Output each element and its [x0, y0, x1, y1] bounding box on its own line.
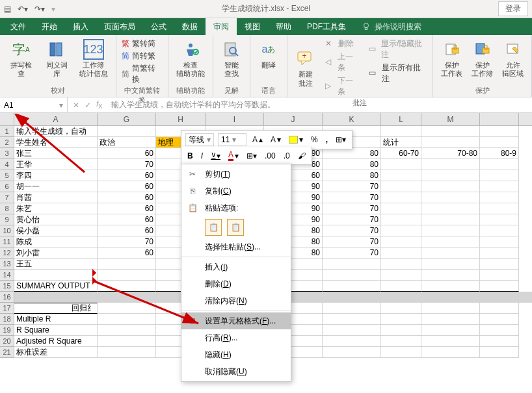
- cell[interactable]: [421, 181, 480, 192]
- cell[interactable]: [323, 303, 381, 314]
- cell[interactable]: [480, 347, 519, 358]
- ctx-paste-special[interactable]: 选择性粘贴(S)...: [181, 238, 291, 255]
- cell[interactable]: [480, 314, 519, 325]
- cell[interactable]: 肖茜: [14, 192, 98, 203]
- cell[interactable]: [480, 225, 519, 236]
- cell[interactable]: [480, 181, 519, 192]
- col-header[interactable]: K: [323, 113, 381, 125]
- cell[interactable]: [480, 303, 519, 314]
- cell[interactable]: [323, 281, 381, 292]
- tab-data[interactable]: 数据: [174, 18, 206, 35]
- cell[interactable]: 80: [323, 148, 381, 159]
- cell[interactable]: 60: [98, 192, 156, 203]
- show-hide-comment-button[interactable]: ▭显示/隐藏批注: [369, 38, 427, 61]
- cell[interactable]: [480, 236, 519, 247]
- cell[interactable]: [98, 303, 156, 314]
- save-icon[interactable]: ▤: [4, 5, 11, 14]
- cell[interactable]: [323, 292, 381, 303]
- cell[interactable]: Multiple R: [14, 314, 98, 325]
- cell[interactable]: [421, 281, 480, 292]
- ctx-hide[interactable]: 隐藏(H): [181, 346, 291, 363]
- cell[interactable]: 70: [323, 225, 381, 236]
- ctx-row-height[interactable]: 行高(R)...: [181, 329, 291, 346]
- row-header[interactable]: 8: [0, 203, 14, 214]
- row-header[interactable]: 19: [0, 325, 14, 336]
- cell[interactable]: 侯小磊: [14, 225, 98, 236]
- row-header[interactable]: 10: [0, 225, 14, 236]
- paste-option-2[interactable]: 📋: [227, 219, 244, 236]
- cell[interactable]: [323, 270, 381, 281]
- thesaurus-button[interactable]: 同义词库: [41, 38, 73, 79]
- row-header[interactable]: 12: [0, 247, 14, 259]
- undo-icon[interactable]: ↶▾: [18, 5, 28, 14]
- row-header[interactable]: 2: [0, 137, 14, 148]
- underline-icon[interactable]: ⊻▾: [209, 151, 222, 161]
- row-header[interactable]: 17: [0, 303, 14, 314]
- spell-check-button[interactable]: 字A拼写检查: [5, 38, 37, 79]
- qat-customize-icon[interactable]: ▾: [51, 5, 55, 14]
- workbook-stats-button[interactable]: 123工作簿 统计信息: [77, 38, 111, 79]
- format-painter-icon[interactable]: 🖌: [296, 151, 308, 161]
- tab-layout[interactable]: 页面布局: [96, 18, 143, 35]
- cell[interactable]: 60: [98, 203, 156, 214]
- translate-button[interactable]: aあ翻译: [256, 38, 282, 71]
- ctx-insert[interactable]: 插入(I): [181, 259, 291, 275]
- cell[interactable]: [480, 270, 519, 281]
- cell[interactable]: [421, 292, 480, 303]
- cell[interactable]: [421, 214, 480, 225]
- cell[interactable]: [381, 292, 421, 303]
- cell[interactable]: [381, 236, 421, 247]
- cell[interactable]: [421, 137, 480, 148]
- cell[interactable]: [480, 214, 519, 225]
- smart-lookup-button[interactable]: 智能 查找: [219, 38, 245, 79]
- cell[interactable]: 刘小雷: [14, 247, 98, 259]
- fill-color-icon[interactable]: ▾: [287, 134, 305, 145]
- cell[interactable]: [480, 336, 519, 347]
- cell[interactable]: [421, 303, 480, 314]
- cell[interactable]: [323, 325, 381, 336]
- cell[interactable]: [480, 137, 519, 148]
- cell[interactable]: 输入学生成绩，自动: [14, 126, 98, 137]
- cell[interactable]: 学生姓名: [14, 137, 98, 148]
- cell[interactable]: 标准误差: [14, 347, 98, 358]
- row-header[interactable]: 16: [0, 292, 14, 303]
- tab-home[interactable]: 开始: [34, 18, 65, 35]
- cell[interactable]: 回归纟: [14, 303, 98, 314]
- row-header[interactable]: 11: [0, 236, 14, 247]
- cell[interactable]: 70: [323, 181, 381, 192]
- cell[interactable]: [98, 325, 156, 336]
- cell[interactable]: 70: [323, 236, 381, 247]
- font-color-icon[interactable]: A▾: [226, 149, 241, 162]
- cell[interactable]: [381, 347, 421, 358]
- tell-me[interactable]: 操作说明搜索: [354, 21, 421, 32]
- cell[interactable]: [323, 259, 381, 270]
- protect-sheet-button[interactable]: 保护 工作表: [438, 38, 465, 79]
- cell[interactable]: 黄心怡: [14, 214, 98, 225]
- simp-trad-convert-button[interactable]: 简简繁转换: [122, 62, 163, 86]
- formula-bar[interactable]: 输入学生成绩，自动统计学科的平均分等数据。: [107, 97, 532, 112]
- tab-file[interactable]: 文件: [3, 18, 34, 35]
- cell[interactable]: [480, 292, 519, 303]
- ctx-clear[interactable]: 清除内容(N): [181, 292, 291, 309]
- cell[interactable]: [98, 259, 156, 270]
- enter-icon[interactable]: ✓: [85, 101, 91, 110]
- prev-comment-button[interactable]: ◁上一条: [325, 51, 360, 74]
- cell[interactable]: [381, 170, 421, 181]
- cell[interactable]: 80: [323, 159, 381, 170]
- check-accessibility-button[interactable]: 检查 辅助功能: [174, 38, 207, 79]
- ctx-copy[interactable]: ⎘复制(C): [181, 183, 291, 199]
- paste-option-1[interactable]: 📋: [205, 219, 222, 236]
- row-header[interactable]: 18: [0, 314, 14, 325]
- font-size-select[interactable]: 11▾: [218, 133, 246, 146]
- col-header[interactable]: J: [264, 113, 323, 125]
- cell[interactable]: 70: [323, 247, 381, 259]
- row-header[interactable]: 5: [0, 170, 14, 181]
- cell[interactable]: [421, 314, 480, 325]
- cell[interactable]: [323, 314, 381, 325]
- col-header[interactable]: H: [156, 113, 206, 125]
- cell[interactable]: 张三: [14, 148, 98, 159]
- redo-icon[interactable]: ↷▾: [34, 5, 45, 14]
- cell[interactable]: 70: [323, 214, 381, 225]
- delete-comment-button[interactable]: ✕删除: [325, 38, 360, 50]
- percent-icon[interactable]: %: [309, 134, 320, 145]
